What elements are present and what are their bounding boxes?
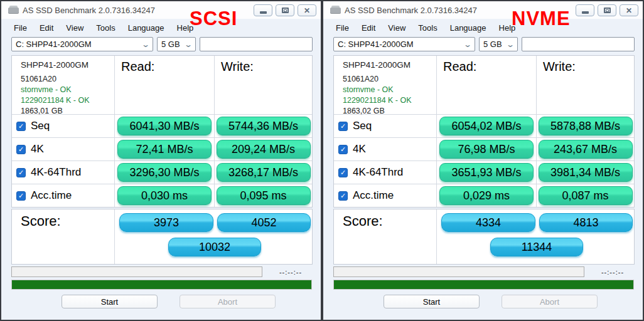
- 4k64thrd-read-value: 3296,30 MB/s: [117, 163, 212, 182]
- maximize-button[interactable]: [276, 4, 294, 16]
- minimize-icon: [260, 11, 267, 14]
- table-row-acctime: ✓ Acc.time 0,029 ms 0,087 ms: [334, 184, 634, 207]
- menu-edit[interactable]: Edit: [355, 21, 382, 35]
- score-read-value: 3973: [119, 213, 213, 232]
- drive-firmware: 51061A20: [343, 74, 436, 85]
- drive-select[interactable]: C: SHPP41-2000GM ⌄: [333, 37, 475, 51]
- drive-firmware: 51061A20: [21, 74, 114, 85]
- driver-status: stornvme - OK: [21, 85, 114, 95]
- check-icon: ✓: [18, 192, 24, 199]
- seq-checkbox[interactable]: ✓: [338, 122, 348, 131]
- remaining-time: --:--:--: [592, 268, 633, 276]
- check-icon: ✓: [340, 123, 346, 130]
- progress-bar: [333, 266, 584, 277]
- row-label: 4K: [353, 143, 366, 155]
- 4k-read-value: 76,98 MB/s: [439, 140, 534, 159]
- read-header: Read:: [115, 56, 214, 74]
- close-button[interactable]: ✕: [298, 4, 316, 16]
- close-icon: ✕: [304, 7, 310, 14]
- score-label: Score:: [12, 209, 114, 264]
- 4k64thrd-write-value: 3981,34 MB/s: [539, 163, 633, 182]
- test-size-select[interactable]: 5 GB ⌄: [479, 37, 518, 51]
- 4k64thrd-read-value: 3651,93 MB/s: [439, 163, 534, 182]
- alignment-status: 1229021184 K - OK: [343, 95, 436, 106]
- text-field[interactable]: [200, 37, 313, 51]
- row-label: 4K-64Thrd: [353, 166, 403, 179]
- abort-button[interactable]: Abort: [502, 295, 598, 308]
- drive-select[interactable]: C: SHPP41-2000GM ⌄: [11, 37, 153, 51]
- chevron-down-icon: ⌄: [463, 41, 472, 48]
- check-icon: ✓: [340, 192, 346, 199]
- abort-button[interactable]: Abort: [180, 295, 276, 308]
- row-label: 4K: [31, 143, 44, 155]
- benchmark-window-nvme: AS SSD Benchmark 2.0.7316.34247 ✕ File E…: [322, 0, 644, 321]
- minimize-button[interactable]: [254, 4, 272, 16]
- window-title: AS SSD Benchmark 2.0.7316.34247: [23, 6, 155, 15]
- minimize-button[interactable]: [576, 4, 594, 16]
- check-icon: ✓: [340, 169, 346, 176]
- drive-model: SHPP41-2000GM: [343, 60, 436, 70]
- acctime-read-value: 0,029 ms: [439, 186, 534, 205]
- 4k-write-value: 209,24 MB/s: [217, 140, 311, 159]
- status-bar-green: [333, 280, 634, 290]
- 4k64thrd-checkbox[interactable]: ✓: [338, 168, 348, 177]
- menu-edit[interactable]: Edit: [33, 21, 60, 35]
- check-icon: ✓: [340, 146, 346, 153]
- benchmark-window-scsi: AS SSD Benchmark 2.0.7316.34247 ✕ File E…: [0, 0, 322, 321]
- close-button[interactable]: ✕: [620, 4, 638, 16]
- menu-language[interactable]: Language: [444, 21, 493, 35]
- acctime-checkbox[interactable]: ✓: [16, 191, 26, 201]
- menu-view[interactable]: View: [382, 21, 412, 35]
- score-panel: Score: 4334 4813 11344: [333, 209, 635, 265]
- acctime-read-value: 0,030 ms: [117, 186, 212, 205]
- table-row-4k: ✓ 4K 72,41 MB/s 209,24 MB/s: [12, 137, 312, 160]
- 4k-write-value: 243,67 MB/s: [539, 140, 633, 159]
- drive-select-value: C: SHPP41-2000GM: [338, 39, 414, 49]
- chevron-down-icon: ⌄: [184, 41, 193, 48]
- alignment-status: 1229021184 K - OK: [21, 95, 114, 106]
- 4k-checkbox[interactable]: ✓: [16, 145, 26, 154]
- acctime-checkbox[interactable]: ✓: [338, 191, 348, 201]
- drive-select-value: C: SHPP41-2000GM: [16, 39, 92, 49]
- check-icon: ✓: [18, 169, 24, 176]
- table-row-acctime: ✓ Acc.time 0,030 ms 0,095 ms: [12, 184, 312, 207]
- app-drive-icon: [8, 6, 19, 14]
- results-table: SHPP41-2000GM 51061A20 stornvme - OK 122…: [333, 55, 635, 208]
- title-bar: AS SSD Benchmark 2.0.7316.34247 ✕: [323, 1, 643, 19]
- table-row-4k64thrd: ✓ 4K-64Thrd 3651,93 MB/s 3981,34 MB/s: [334, 160, 634, 184]
- seq-checkbox[interactable]: ✓: [16, 122, 26, 131]
- score-label: Score:: [334, 209, 436, 264]
- menu-view[interactable]: View: [60, 21, 90, 35]
- remaining-time: --:--:--: [270, 268, 311, 276]
- start-button[interactable]: Start: [384, 295, 480, 308]
- 4k64thrd-write-value: 3268,17 MB/s: [217, 163, 311, 182]
- score-total-value: 10032: [168, 238, 261, 256]
- menu-tools[interactable]: Tools: [412, 21, 443, 35]
- row-label: Seq: [353, 120, 372, 132]
- close-icon: ✕: [626, 7, 632, 14]
- maximize-icon: [604, 8, 611, 13]
- acctime-write-value: 0,087 ms: [539, 186, 633, 205]
- acctime-write-value: 0,095 ms: [217, 186, 311, 205]
- score-total-value: 11344: [490, 238, 583, 256]
- menu-file[interactable]: File: [330, 21, 355, 35]
- table-row-4k: ✓ 4K 76,98 MB/s 243,67 MB/s: [334, 137, 634, 160]
- 4k-checkbox[interactable]: ✓: [338, 145, 348, 154]
- test-size-value: 5 GB: [161, 39, 180, 49]
- text-field[interactable]: [522, 37, 635, 51]
- results-table: SHPP41-2000GM 51061A20 stornvme - OK 122…: [11, 55, 313, 208]
- score-read-value: 4334: [441, 213, 535, 232]
- 4k64thrd-checkbox[interactable]: ✓: [16, 168, 26, 177]
- score-write-value: 4813: [539, 213, 633, 232]
- test-size-select[interactable]: 5 GB ⌄: [157, 37, 196, 51]
- app-drive-icon: [330, 6, 341, 14]
- menu-tools[interactable]: Tools: [90, 21, 121, 35]
- seq-read-value: 6054,02 MB/s: [439, 117, 534, 135]
- menu-language[interactable]: Language: [122, 21, 171, 35]
- menu-file[interactable]: File: [8, 21, 33, 35]
- start-button[interactable]: Start: [62, 295, 158, 308]
- menu-bar: File Edit View Tools Language Help: [8, 21, 200, 35]
- maximize-button[interactable]: [598, 4, 616, 16]
- window-title: AS SSD Benchmark 2.0.7316.34247: [345, 6, 477, 15]
- test-size-value: 5 GB: [483, 39, 502, 49]
